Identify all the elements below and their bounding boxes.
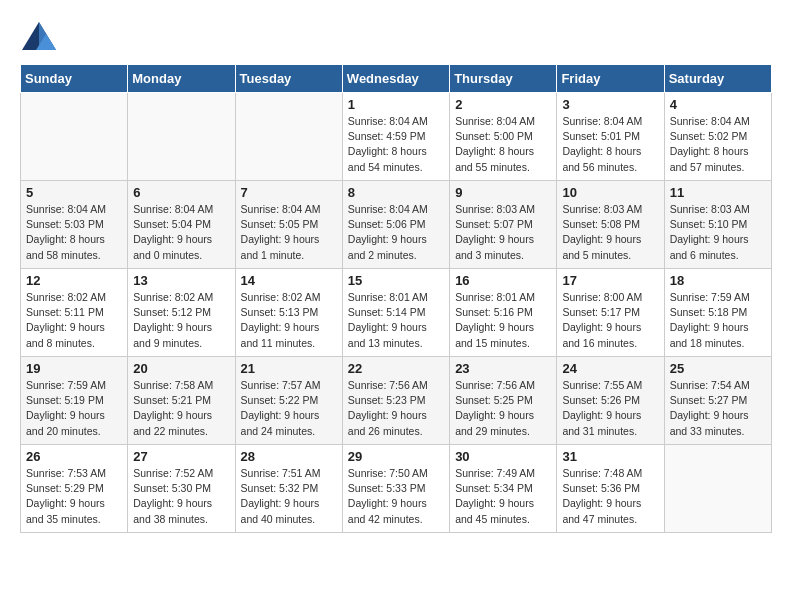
day-info: Sunrise: 8:02 AM Sunset: 5:11 PM Dayligh…: [26, 290, 122, 351]
calendar-cell: 3Sunrise: 8:04 AM Sunset: 5:01 PM Daylig…: [557, 93, 664, 181]
calendar-cell: 24Sunrise: 7:55 AM Sunset: 5:26 PM Dayli…: [557, 357, 664, 445]
day-info: Sunrise: 8:03 AM Sunset: 5:08 PM Dayligh…: [562, 202, 658, 263]
day-number: 5: [26, 185, 122, 200]
day-info: Sunrise: 8:01 AM Sunset: 5:14 PM Dayligh…: [348, 290, 444, 351]
day-number: 3: [562, 97, 658, 112]
week-row-5: 26Sunrise: 7:53 AM Sunset: 5:29 PM Dayli…: [21, 445, 772, 533]
calendar-cell: [128, 93, 235, 181]
day-number: 23: [455, 361, 551, 376]
day-number: 25: [670, 361, 766, 376]
day-info: Sunrise: 8:04 AM Sunset: 5:02 PM Dayligh…: [670, 114, 766, 175]
day-info: Sunrise: 7:56 AM Sunset: 5:25 PM Dayligh…: [455, 378, 551, 439]
day-info: Sunrise: 7:59 AM Sunset: 5:19 PM Dayligh…: [26, 378, 122, 439]
day-info: Sunrise: 7:49 AM Sunset: 5:34 PM Dayligh…: [455, 466, 551, 527]
calendar-cell: 2Sunrise: 8:04 AM Sunset: 5:00 PM Daylig…: [450, 93, 557, 181]
day-number: 15: [348, 273, 444, 288]
calendar-cell: 12Sunrise: 8:02 AM Sunset: 5:11 PM Dayli…: [21, 269, 128, 357]
day-number: 22: [348, 361, 444, 376]
calendar-cell: 30Sunrise: 7:49 AM Sunset: 5:34 PM Dayli…: [450, 445, 557, 533]
col-header-wednesday: Wednesday: [342, 65, 449, 93]
day-info: Sunrise: 8:04 AM Sunset: 5:03 PM Dayligh…: [26, 202, 122, 263]
day-number: 7: [241, 185, 337, 200]
day-number: 16: [455, 273, 551, 288]
day-info: Sunrise: 7:51 AM Sunset: 5:32 PM Dayligh…: [241, 466, 337, 527]
calendar-cell: 7Sunrise: 8:04 AM Sunset: 5:05 PM Daylig…: [235, 181, 342, 269]
calendar-header: SundayMondayTuesdayWednesdayThursdayFrid…: [21, 65, 772, 93]
calendar-cell: 6Sunrise: 8:04 AM Sunset: 5:04 PM Daylig…: [128, 181, 235, 269]
day-info: Sunrise: 7:52 AM Sunset: 5:30 PM Dayligh…: [133, 466, 229, 527]
day-info: Sunrise: 7:57 AM Sunset: 5:22 PM Dayligh…: [241, 378, 337, 439]
day-number: 1: [348, 97, 444, 112]
calendar-cell: 5Sunrise: 8:04 AM Sunset: 5:03 PM Daylig…: [21, 181, 128, 269]
day-info: Sunrise: 8:04 AM Sunset: 5:00 PM Dayligh…: [455, 114, 551, 175]
calendar-cell: 19Sunrise: 7:59 AM Sunset: 5:19 PM Dayli…: [21, 357, 128, 445]
calendar-cell: 14Sunrise: 8:02 AM Sunset: 5:13 PM Dayli…: [235, 269, 342, 357]
col-header-friday: Friday: [557, 65, 664, 93]
logo: [20, 20, 60, 54]
calendar-cell: 8Sunrise: 8:04 AM Sunset: 5:06 PM Daylig…: [342, 181, 449, 269]
calendar-cell: 15Sunrise: 8:01 AM Sunset: 5:14 PM Dayli…: [342, 269, 449, 357]
day-info: Sunrise: 7:56 AM Sunset: 5:23 PM Dayligh…: [348, 378, 444, 439]
day-info: Sunrise: 8:04 AM Sunset: 5:05 PM Dayligh…: [241, 202, 337, 263]
logo-icon: [20, 20, 58, 54]
day-number: 19: [26, 361, 122, 376]
calendar-cell: 10Sunrise: 8:03 AM Sunset: 5:08 PM Dayli…: [557, 181, 664, 269]
day-info: Sunrise: 8:01 AM Sunset: 5:16 PM Dayligh…: [455, 290, 551, 351]
day-info: Sunrise: 8:04 AM Sunset: 4:59 PM Dayligh…: [348, 114, 444, 175]
calendar-cell: 25Sunrise: 7:54 AM Sunset: 5:27 PM Dayli…: [664, 357, 771, 445]
day-number: 9: [455, 185, 551, 200]
page-header: [20, 20, 772, 54]
calendar-cell: 22Sunrise: 7:56 AM Sunset: 5:23 PM Dayli…: [342, 357, 449, 445]
week-row-2: 5Sunrise: 8:04 AM Sunset: 5:03 PM Daylig…: [21, 181, 772, 269]
day-info: Sunrise: 8:04 AM Sunset: 5:04 PM Dayligh…: [133, 202, 229, 263]
day-number: 10: [562, 185, 658, 200]
calendar-cell: [664, 445, 771, 533]
day-number: 14: [241, 273, 337, 288]
week-row-3: 12Sunrise: 8:02 AM Sunset: 5:11 PM Dayli…: [21, 269, 772, 357]
calendar-cell: 21Sunrise: 7:57 AM Sunset: 5:22 PM Dayli…: [235, 357, 342, 445]
week-row-4: 19Sunrise: 7:59 AM Sunset: 5:19 PM Dayli…: [21, 357, 772, 445]
day-number: 24: [562, 361, 658, 376]
calendar-cell: [235, 93, 342, 181]
day-info: Sunrise: 7:50 AM Sunset: 5:33 PM Dayligh…: [348, 466, 444, 527]
day-number: 27: [133, 449, 229, 464]
day-info: Sunrise: 8:03 AM Sunset: 5:10 PM Dayligh…: [670, 202, 766, 263]
day-info: Sunrise: 7:55 AM Sunset: 5:26 PM Dayligh…: [562, 378, 658, 439]
col-header-monday: Monday: [128, 65, 235, 93]
day-number: 4: [670, 97, 766, 112]
day-info: Sunrise: 8:03 AM Sunset: 5:07 PM Dayligh…: [455, 202, 551, 263]
calendar-cell: 28Sunrise: 7:51 AM Sunset: 5:32 PM Dayli…: [235, 445, 342, 533]
day-number: 29: [348, 449, 444, 464]
col-header-thursday: Thursday: [450, 65, 557, 93]
day-number: 31: [562, 449, 658, 464]
day-info: Sunrise: 8:00 AM Sunset: 5:17 PM Dayligh…: [562, 290, 658, 351]
calendar-cell: 26Sunrise: 7:53 AM Sunset: 5:29 PM Dayli…: [21, 445, 128, 533]
day-info: Sunrise: 8:04 AM Sunset: 5:01 PM Dayligh…: [562, 114, 658, 175]
day-number: 28: [241, 449, 337, 464]
day-number: 18: [670, 273, 766, 288]
day-info: Sunrise: 8:02 AM Sunset: 5:12 PM Dayligh…: [133, 290, 229, 351]
col-header-sunday: Sunday: [21, 65, 128, 93]
day-number: 26: [26, 449, 122, 464]
calendar-cell: 17Sunrise: 8:00 AM Sunset: 5:17 PM Dayli…: [557, 269, 664, 357]
calendar-cell: 4Sunrise: 8:04 AM Sunset: 5:02 PM Daylig…: [664, 93, 771, 181]
day-number: 6: [133, 185, 229, 200]
calendar-cell: 20Sunrise: 7:58 AM Sunset: 5:21 PM Dayli…: [128, 357, 235, 445]
day-number: 17: [562, 273, 658, 288]
day-number: 2: [455, 97, 551, 112]
day-info: Sunrise: 7:59 AM Sunset: 5:18 PM Dayligh…: [670, 290, 766, 351]
calendar-cell: 1Sunrise: 8:04 AM Sunset: 4:59 PM Daylig…: [342, 93, 449, 181]
calendar-cell: 9Sunrise: 8:03 AM Sunset: 5:07 PM Daylig…: [450, 181, 557, 269]
calendar-cell: 27Sunrise: 7:52 AM Sunset: 5:30 PM Dayli…: [128, 445, 235, 533]
day-info: Sunrise: 8:04 AM Sunset: 5:06 PM Dayligh…: [348, 202, 444, 263]
calendar-cell: 23Sunrise: 7:56 AM Sunset: 5:25 PM Dayli…: [450, 357, 557, 445]
day-info: Sunrise: 7:54 AM Sunset: 5:27 PM Dayligh…: [670, 378, 766, 439]
week-row-1: 1Sunrise: 8:04 AM Sunset: 4:59 PM Daylig…: [21, 93, 772, 181]
calendar-cell: 18Sunrise: 7:59 AM Sunset: 5:18 PM Dayli…: [664, 269, 771, 357]
day-number: 30: [455, 449, 551, 464]
col-header-tuesday: Tuesday: [235, 65, 342, 93]
day-number: 20: [133, 361, 229, 376]
calendar-cell: 31Sunrise: 7:48 AM Sunset: 5:36 PM Dayli…: [557, 445, 664, 533]
calendar-cell: 11Sunrise: 8:03 AM Sunset: 5:10 PM Dayli…: [664, 181, 771, 269]
day-info: Sunrise: 7:58 AM Sunset: 5:21 PM Dayligh…: [133, 378, 229, 439]
